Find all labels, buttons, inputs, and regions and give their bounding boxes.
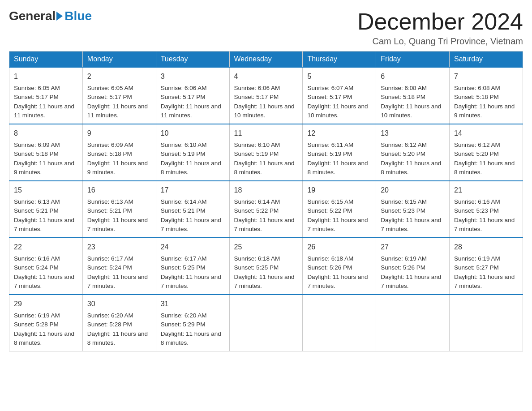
calendar-day-cell: 23 Sunrise: 6:17 AM Sunset: 5:24 PM Dayl… — [82, 238, 156, 295]
daylight-label: Daylight: 11 hours and 8 minutes. — [87, 330, 148, 346]
sunset-label: Sunset: 5:28 PM — [87, 321, 132, 328]
calendar-day-header: Thursday — [303, 51, 376, 68]
day-number: 27 — [381, 242, 445, 253]
daylight-label: Daylight: 11 hours and 9 minutes. — [454, 103, 515, 119]
sunset-label: Sunset: 5:17 PM — [234, 94, 279, 100]
calendar-day-cell: 19 Sunrise: 6:15 AM Sunset: 5:22 PM Dayl… — [303, 181, 376, 238]
calendar-day-cell: 22 Sunrise: 6:16 AM Sunset: 5:24 PM Dayl… — [9, 238, 83, 295]
calendar-day-cell: 14 Sunrise: 6:12 AM Sunset: 5:20 PM Dayl… — [450, 124, 523, 181]
day-number: 6 — [381, 71, 445, 82]
day-number: 23 — [87, 242, 151, 253]
calendar-day-cell: 21 Sunrise: 6:16 AM Sunset: 5:23 PM Dayl… — [450, 181, 523, 238]
daylight-label: Daylight: 11 hours and 10 minutes. — [234, 103, 295, 119]
calendar-day-header: Saturday — [450, 51, 523, 68]
daylight-label: Daylight: 11 hours and 9 minutes. — [87, 160, 148, 176]
sunrise-label: Sunrise: 6:17 AM — [87, 255, 133, 262]
calendar-day-header: Monday — [82, 51, 156, 68]
day-number: 3 — [161, 71, 225, 82]
daylight-label: Daylight: 11 hours and 7 minutes. — [307, 217, 368, 232]
day-number: 18 — [234, 185, 298, 196]
calendar-day-cell: 13 Sunrise: 6:12 AM Sunset: 5:20 PM Dayl… — [376, 124, 450, 181]
sunrise-label: Sunrise: 6:12 AM — [381, 141, 427, 148]
daylight-label: Daylight: 11 hours and 7 minutes. — [87, 274, 148, 289]
calendar-table: SundayMondayTuesdayWednesdayThursdayFrid… — [9, 51, 523, 351]
daylight-label: Daylight: 11 hours and 7 minutes. — [161, 274, 221, 289]
day-number: 7 — [454, 71, 518, 82]
daylight-label: Daylight: 11 hours and 7 minutes. — [161, 217, 221, 232]
daylight-label: Daylight: 11 hours and 7 minutes. — [14, 217, 74, 232]
sunset-label: Sunset: 5:18 PM — [381, 94, 425, 100]
sunset-label: Sunset: 5:18 PM — [87, 150, 132, 157]
sunrise-label: Sunrise: 6:09 AM — [87, 141, 133, 148]
calendar-week-row: 22 Sunrise: 6:16 AM Sunset: 5:24 PM Dayl… — [9, 238, 523, 295]
logo-blue-part: Blue — [56, 9, 92, 23]
sunset-label: Sunset: 5:24 PM — [87, 264, 132, 271]
daylight-label: Daylight: 11 hours and 9 minutes. — [14, 160, 74, 176]
sunset-label: Sunset: 5:28 PM — [14, 321, 59, 328]
day-number: 16 — [87, 185, 151, 196]
calendar-day-cell: 31 Sunrise: 6:20 AM Sunset: 5:29 PM Dayl… — [156, 295, 229, 351]
sunset-label: Sunset: 5:27 PM — [454, 264, 499, 271]
sunset-label: Sunset: 5:17 PM — [14, 94, 59, 100]
calendar-day-cell: 6 Sunrise: 6:08 AM Sunset: 5:18 PM Dayli… — [376, 67, 450, 124]
sunrise-label: Sunrise: 6:05 AM — [87, 85, 133, 91]
day-number: 19 — [307, 185, 371, 196]
calendar-header-row: SundayMondayTuesdayWednesdayThursdayFrid… — [9, 51, 523, 68]
calendar-day-cell: 29 Sunrise: 6:19 AM Sunset: 5:28 PM Dayl… — [9, 295, 83, 351]
daylight-label: Daylight: 11 hours and 11 minutes. — [161, 103, 221, 119]
calendar-day-cell: 17 Sunrise: 6:14 AM Sunset: 5:21 PM Dayl… — [156, 181, 229, 238]
sunrise-label: Sunrise: 6:06 AM — [234, 85, 280, 91]
calendar-day-cell: 30 Sunrise: 6:20 AM Sunset: 5:28 PM Dayl… — [82, 295, 156, 351]
sunrise-label: Sunrise: 6:19 AM — [381, 255, 427, 262]
sunrise-label: Sunrise: 6:05 AM — [14, 85, 60, 91]
calendar-day-cell: 11 Sunrise: 6:10 AM Sunset: 5:19 PM Dayl… — [229, 124, 303, 181]
daylight-label: Daylight: 11 hours and 8 minutes. — [234, 160, 295, 176]
logo-general-text: General — [9, 9, 56, 23]
title-section: December 2024 Cam Lo, Quang Tri Province… — [357, 9, 523, 47]
sunrise-label: Sunrise: 6:14 AM — [234, 198, 280, 205]
sunrise-label: Sunrise: 6:13 AM — [14, 198, 60, 205]
calendar-day-header: Friday — [376, 51, 450, 68]
day-number: 13 — [381, 128, 445, 139]
sunset-label: Sunset: 5:25 PM — [161, 264, 206, 271]
sunset-label: Sunset: 5:21 PM — [161, 207, 206, 214]
day-number: 15 — [14, 185, 78, 196]
calendar-day-cell: 7 Sunrise: 6:08 AM Sunset: 5:18 PM Dayli… — [450, 67, 523, 124]
sunset-label: Sunset: 5:29 PM — [161, 321, 206, 328]
calendar-day-cell: 16 Sunrise: 6:13 AM Sunset: 5:21 PM Dayl… — [82, 181, 156, 238]
calendar-day-cell: 5 Sunrise: 6:07 AM Sunset: 5:17 PM Dayli… — [303, 67, 376, 124]
daylight-label: Daylight: 11 hours and 7 minutes. — [381, 217, 441, 232]
calendar-week-row: 8 Sunrise: 6:09 AM Sunset: 5:18 PM Dayli… — [9, 124, 523, 181]
sunset-label: Sunset: 5:17 PM — [161, 94, 206, 100]
calendar-day-cell: 20 Sunrise: 6:15 AM Sunset: 5:23 PM Dayl… — [376, 181, 450, 238]
logo-arrow-icon — [56, 12, 63, 21]
sunrise-label: Sunrise: 6:09 AM — [14, 141, 60, 148]
calendar-day-cell: 24 Sunrise: 6:17 AM Sunset: 5:25 PM Dayl… — [156, 238, 229, 295]
sunset-label: Sunset: 5:24 PM — [14, 264, 59, 271]
logo: General Blue — [9, 9, 92, 23]
daylight-label: Daylight: 11 hours and 7 minutes. — [234, 274, 295, 289]
sunrise-label: Sunrise: 6:08 AM — [454, 85, 500, 91]
daylight-label: Daylight: 11 hours and 8 minutes. — [454, 160, 515, 176]
calendar-day-cell — [450, 295, 523, 351]
day-number: 21 — [454, 185, 518, 196]
day-number: 20 — [381, 185, 445, 196]
calendar-day-cell — [303, 295, 376, 351]
day-number: 29 — [14, 299, 78, 309]
sunrise-label: Sunrise: 6:15 AM — [381, 198, 427, 205]
daylight-label: Daylight: 11 hours and 8 minutes. — [161, 160, 221, 176]
day-number: 31 — [161, 299, 225, 309]
calendar-week-row: 29 Sunrise: 6:19 AM Sunset: 5:28 PM Dayl… — [9, 295, 523, 351]
sunset-label: Sunset: 5:17 PM — [307, 94, 352, 100]
sunset-label: Sunset: 5:22 PM — [307, 207, 352, 214]
sunrise-label: Sunrise: 6:19 AM — [454, 255, 500, 262]
daylight-label: Daylight: 11 hours and 7 minutes. — [307, 274, 368, 289]
sunrise-label: Sunrise: 6:11 AM — [307, 141, 353, 148]
daylight-label: Daylight: 11 hours and 8 minutes. — [14, 330, 74, 346]
sunset-label: Sunset: 5:21 PM — [87, 207, 132, 214]
day-number: 30 — [87, 299, 151, 309]
calendar-day-cell: 1 Sunrise: 6:05 AM Sunset: 5:17 PM Dayli… — [9, 67, 83, 124]
sunset-label: Sunset: 5:26 PM — [307, 264, 352, 271]
day-number: 4 — [234, 71, 298, 82]
day-number: 2 — [87, 71, 151, 82]
